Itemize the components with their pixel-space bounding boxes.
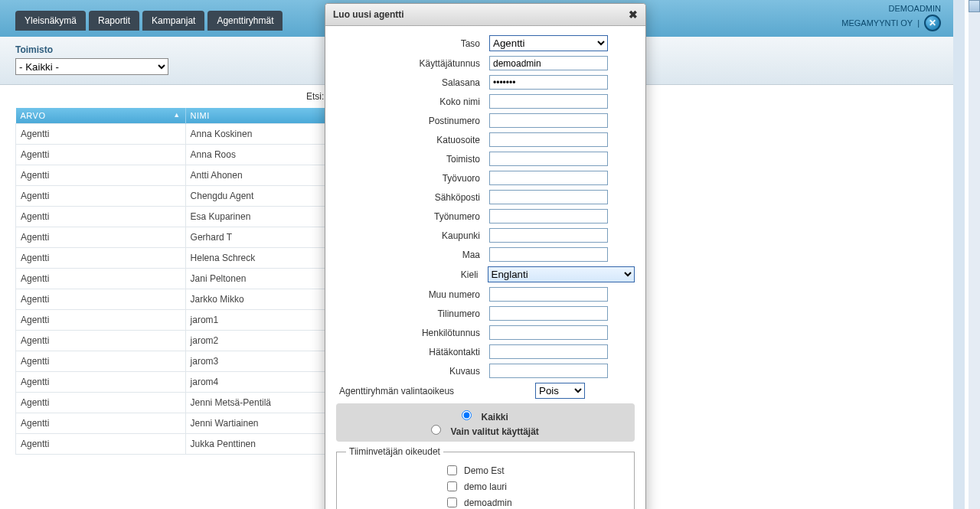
sort-arrow-icon: ▲ xyxy=(173,111,180,119)
cell-arvo: Agentti xyxy=(16,227,186,248)
cell-arvo: Agentti xyxy=(16,124,186,145)
cell-arvo: Agentti xyxy=(16,269,186,289)
lang-select[interactable]: Englanti xyxy=(488,266,635,282)
username-input[interactable] xyxy=(489,56,608,70)
shift-input[interactable] xyxy=(489,171,608,185)
cell-arvo: Agentti xyxy=(16,248,186,269)
page-scrollbar[interactable] xyxy=(969,0,980,509)
cell-arvo: Agentti xyxy=(16,372,186,393)
label-ssn: Henkilötunnus xyxy=(336,328,489,338)
cell-arvo: Agentti xyxy=(16,413,186,434)
label-country: Maa xyxy=(336,250,489,260)
label-othernum: Muu numero xyxy=(336,289,489,300)
scroll-up-icon[interactable] xyxy=(969,0,980,12)
close-icon[interactable]: ✖ xyxy=(629,8,638,21)
label-desc: Kuvaus xyxy=(336,366,489,377)
cell-arvo: Agentti xyxy=(16,289,186,310)
cell-arvo: Agentti xyxy=(16,393,186,413)
label-fullname: Koko nimi xyxy=(336,96,489,107)
cb-demoadmin[interactable] xyxy=(447,498,457,507)
cell-arvo: Agentti xyxy=(16,186,186,207)
modal-title: Luo uusi agentti xyxy=(333,9,404,20)
permission-scope: Kaikki Vain valitut käyttäjät xyxy=(336,403,635,442)
cell-arvo: Agentti xyxy=(16,165,186,186)
radio-all[interactable] xyxy=(462,410,472,420)
postcode-input[interactable] xyxy=(489,113,608,128)
company-name: MEGAMYYNTI OY xyxy=(841,18,913,29)
user-name: DEMOADMIN xyxy=(841,3,941,15)
logout-button[interactable]: ✕ xyxy=(924,15,941,31)
tab-campaigns[interactable]: Kampanjat xyxy=(142,11,204,31)
desc-input[interactable] xyxy=(489,364,608,378)
cb-demo-lauri[interactable] xyxy=(447,481,457,491)
col-arvo[interactable]: ARVO▲ xyxy=(16,108,186,124)
label-lang: Kieli xyxy=(336,269,488,280)
radio-selected[interactable] xyxy=(431,425,441,435)
ssn-input[interactable] xyxy=(489,325,608,340)
label-shift: Työvuoro xyxy=(336,173,489,184)
taso-select[interactable]: Agentti xyxy=(489,35,608,51)
cell-arvo: Agentti xyxy=(16,331,186,351)
search-label: Etsi: xyxy=(306,91,324,102)
cell-arvo: Agentti xyxy=(16,207,186,227)
office-select[interactable]: - Kaikki - xyxy=(15,58,168,75)
cell-arvo: Agentti xyxy=(16,351,186,372)
label-password: Salasana xyxy=(336,77,489,88)
email-input[interactable] xyxy=(489,190,608,204)
password-input[interactable] xyxy=(489,75,608,90)
groupright-select[interactable]: Pois xyxy=(535,383,585,399)
cell-arvo: Agentti xyxy=(16,145,186,165)
user-info: DEMOADMIN MEGAMYYNTI OY | ✕ xyxy=(841,3,941,31)
fullname-input[interactable] xyxy=(489,94,608,109)
cb-label: demoadmin xyxy=(464,498,512,508)
workphone-input[interactable] xyxy=(489,209,608,224)
cb-label: Demo Est xyxy=(464,465,505,476)
emergency-input[interactable] xyxy=(489,344,608,359)
tab-overview[interactable]: Yleisnäkymä xyxy=(15,11,86,31)
create-agent-modal: Luo uusi agentti ✖ Taso Agentti Käyttäjä… xyxy=(325,3,646,509)
label-workphone: Työnumero xyxy=(336,211,489,222)
main-tabs: Yleisnäkymä Raportit Kampanjat Agenttiry… xyxy=(0,0,283,31)
radio-selected-label: Vain valitut käyttäjät xyxy=(450,426,538,437)
cb-label: demo lauri xyxy=(464,481,507,492)
label-emergency: Hätäkontakti xyxy=(336,347,489,357)
label-postcode: Postinumero xyxy=(336,116,489,126)
othernum-input[interactable] xyxy=(489,287,608,302)
street-input[interactable] xyxy=(489,132,608,147)
label-street: Katuosoite xyxy=(336,135,489,145)
account-input[interactable] xyxy=(489,306,608,321)
label-office: Toimisto xyxy=(336,154,489,165)
modal-titlebar[interactable]: Luo uusi agentti ✖ xyxy=(325,4,645,26)
cell-arvo: Agentti xyxy=(16,434,186,455)
office-input[interactable] xyxy=(489,152,608,166)
city-input[interactable] xyxy=(489,228,608,243)
label-city: Kaupunki xyxy=(336,230,489,241)
label-email: Sähköposti xyxy=(336,192,489,203)
cell-arvo: Agentti xyxy=(16,310,186,331)
tab-reports[interactable]: Raportit xyxy=(89,11,139,31)
label-groupright: Agenttiryhmän valintaoikeus xyxy=(336,386,535,396)
label-taso: Taso xyxy=(336,38,489,49)
separator: | xyxy=(917,18,920,29)
cb-demo-est[interactable] xyxy=(447,465,457,475)
country-input[interactable] xyxy=(489,247,608,262)
tab-agentgroups[interactable]: Agenttiryhmät xyxy=(207,11,283,31)
teamleader-rights: Tiiminvetäjän oikeudet Demo Est demo lau… xyxy=(336,446,635,509)
radio-all-label: Kaikki xyxy=(481,412,508,423)
label-account: Tilinumero xyxy=(336,308,489,319)
label-username: Käyttäjätunnus xyxy=(336,58,489,69)
rights-legend: Tiiminvetäjän oikeudet xyxy=(346,446,443,457)
